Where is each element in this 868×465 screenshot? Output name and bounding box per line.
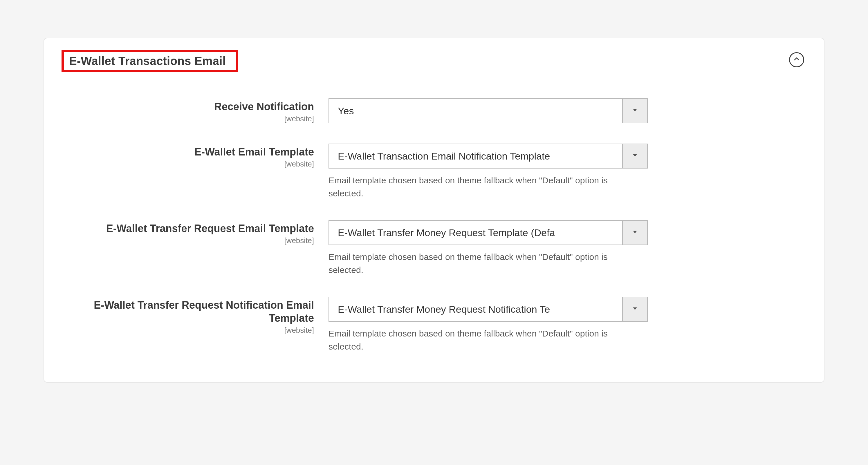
select-dropdown-button[interactable] bbox=[622, 221, 647, 244]
field-label-col: Receive Notification [website] bbox=[62, 98, 329, 123]
field-row-email-template: E-Wallet Email Template [website] E-Wall… bbox=[62, 143, 806, 200]
config-section-panel: E-Wallet Transactions Email Receive Noti… bbox=[43, 38, 825, 383]
select-dropdown-button[interactable] bbox=[622, 144, 647, 168]
field-input-col: E-Wallet Transfer Money Request Template… bbox=[329, 220, 648, 276]
caret-down-icon bbox=[632, 306, 638, 313]
select-dropdown-button[interactable] bbox=[622, 297, 647, 321]
transfer-request-template-select[interactable]: E-Wallet Transfer Money Request Template… bbox=[329, 220, 648, 245]
section-header: E-Wallet Transactions Email bbox=[62, 50, 806, 72]
caret-down-icon bbox=[632, 107, 638, 114]
field-scope: [website] bbox=[62, 236, 314, 245]
email-template-select[interactable]: E-Wallet Transaction Email Notification … bbox=[329, 143, 648, 169]
select-value: E-Wallet Transfer Money Request Template… bbox=[329, 221, 622, 244]
field-label-col: E-Wallet Transfer Request Email Template… bbox=[62, 220, 329, 245]
field-row-receive-notification: Receive Notification [website] Yes bbox=[62, 98, 806, 123]
select-value: E-Wallet Transaction Email Notification … bbox=[329, 144, 622, 168]
field-label: E-Wallet Transfer Request Notification E… bbox=[62, 298, 314, 325]
section-title-highlight: E-Wallet Transactions Email bbox=[62, 50, 238, 72]
field-input-col: E-Wallet Transaction Email Notification … bbox=[329, 143, 648, 200]
field-input-col: E-Wallet Transfer Money Request Notifica… bbox=[329, 297, 648, 353]
field-label-col: E-Wallet Transfer Request Notification E… bbox=[62, 297, 329, 335]
chevron-up-icon bbox=[794, 56, 800, 64]
svg-marker-2 bbox=[633, 231, 637, 233]
field-row-transfer-request-template: E-Wallet Transfer Request Email Template… bbox=[62, 220, 806, 276]
field-input-col: Yes bbox=[329, 98, 648, 123]
form-rows: Receive Notification [website] Yes E-Wal… bbox=[62, 98, 806, 353]
field-label: E-Wallet Transfer Request Email Template bbox=[62, 222, 314, 235]
field-row-transfer-request-notification-template: E-Wallet Transfer Request Notification E… bbox=[62, 297, 806, 353]
receive-notification-select[interactable]: Yes bbox=[329, 98, 648, 123]
field-help-text: Email template chosen based on theme fal… bbox=[329, 327, 624, 353]
caret-down-icon bbox=[632, 229, 638, 236]
field-help-text: Email template chosen based on theme fal… bbox=[329, 174, 624, 200]
field-scope: [website] bbox=[62, 160, 314, 169]
field-label: E-Wallet Email Template bbox=[62, 145, 314, 158]
select-value: Yes bbox=[329, 99, 622, 123]
caret-down-icon bbox=[632, 153, 638, 160]
field-help-text: Email template chosen based on theme fal… bbox=[329, 250, 624, 276]
svg-marker-0 bbox=[633, 109, 637, 111]
field-scope: [website] bbox=[62, 114, 314, 123]
svg-marker-1 bbox=[633, 154, 637, 157]
field-label: Receive Notification bbox=[62, 100, 314, 113]
field-scope: [website] bbox=[62, 326, 314, 335]
section-title: E-Wallet Transactions Email bbox=[69, 55, 226, 68]
transfer-request-notification-template-select[interactable]: E-Wallet Transfer Money Request Notifica… bbox=[329, 297, 648, 322]
collapse-toggle-button[interactable] bbox=[789, 52, 804, 67]
field-label-col: E-Wallet Email Template [website] bbox=[62, 143, 329, 169]
select-dropdown-button[interactable] bbox=[622, 99, 647, 123]
select-value: E-Wallet Transfer Money Request Notifica… bbox=[329, 297, 622, 321]
svg-marker-3 bbox=[633, 307, 637, 310]
